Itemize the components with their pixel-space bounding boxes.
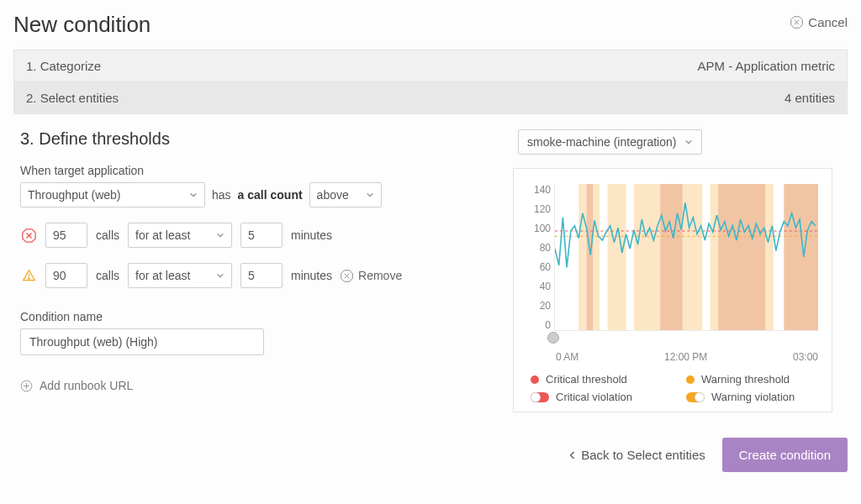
chart-svg: [555, 184, 818, 330]
warning-icon: [22, 269, 36, 283]
when-label: When target application: [20, 164, 493, 177]
svg-rect-24: [765, 184, 773, 330]
legend-critical-threshold: Critical threshold: [531, 373, 663, 386]
condition-name-input[interactable]: [20, 328, 264, 355]
y-tick: 40: [540, 281, 551, 292]
step-2-bar[interactable]: 2. Select entities 4 entities: [13, 82, 848, 114]
x-tick: 12:00 PM: [664, 351, 707, 363]
back-label: Back to Select entities: [581, 448, 705, 462]
time-slider-knob[interactable]: [547, 332, 559, 344]
critical-icon: [22, 228, 36, 243]
critical-threshold-row: calls for at least minutes: [20, 223, 493, 248]
remove-warning-button[interactable]: Remove: [341, 269, 402, 282]
direction-select[interactable]: above: [309, 182, 382, 207]
create-condition-button[interactable]: Create condition: [722, 438, 848, 472]
svg-rect-18: [608, 184, 626, 330]
chart-plot[interactable]: [554, 184, 818, 331]
legend-warning-threshold: Warning threshold: [686, 373, 818, 386]
legend-warning-violation[interactable]: Warning violation: [686, 391, 818, 403]
cancel-button[interactable]: Cancel: [790, 15, 848, 29]
critical-value-input[interactable]: [45, 223, 87, 248]
chevron-down-icon: [216, 231, 224, 239]
chart-legend: Critical threshold Warning threshold Cri…: [531, 373, 818, 403]
has-text: has: [212, 188, 231, 202]
cancel-label: Cancel: [808, 15, 848, 29]
direction-select-value: above: [317, 188, 349, 202]
svg-rect-15: [578, 184, 586, 330]
critical-minutes-input[interactable]: [240, 223, 283, 248]
close-icon: [790, 16, 803, 29]
chevron-left-icon: [569, 450, 576, 460]
svg-rect-19: [634, 184, 660, 330]
call-count-text: a call count: [238, 188, 303, 202]
x-tick: 03:00: [793, 351, 818, 363]
plus-circle-icon: [20, 380, 33, 392]
dot-icon: [686, 375, 695, 384]
add-runbook-label: Add runbook URL: [40, 379, 133, 392]
y-tick: 60: [540, 261, 551, 273]
chevron-down-icon: [216, 271, 224, 280]
metric-select-value: Throughput (web): [28, 188, 121, 202]
critical-window-select[interactable]: for at least: [128, 223, 232, 248]
warning-window-select[interactable]: for at least: [128, 263, 232, 288]
metric-select[interactable]: Throughput (web): [20, 182, 205, 207]
legend-label: Warning threshold: [701, 373, 790, 386]
chevron-down-icon: [366, 191, 374, 199]
page-title: New condition: [13, 12, 151, 38]
minutes-label: minutes: [291, 228, 332, 242]
svg-rect-22: [710, 184, 718, 330]
y-tick: 80: [540, 242, 551, 254]
warning-value-input[interactable]: [45, 263, 87, 288]
add-runbook-button[interactable]: Add runbook URL: [20, 379, 133, 392]
warning-window-value: for at least: [135, 269, 190, 282]
warning-threshold-row: calls for at least minutes Remove: [20, 263, 493, 288]
condition-name-label: Condition name: [20, 310, 493, 323]
entity-picker[interactable]: smoke-machine (integration): [518, 129, 702, 155]
svg-rect-20: [660, 184, 683, 330]
close-icon: [341, 270, 353, 282]
calls-label: calls: [96, 228, 119, 242]
chart-x-axis: 0 AM12:00 PM03:00: [531, 351, 818, 363]
step-1-bar[interactable]: 1. Categorize APM - Application metric: [13, 50, 848, 82]
x-tick: 0 AM: [556, 351, 578, 363]
step-1-label: 1. Categorize: [26, 59, 101, 73]
chevron-down-icon: [189, 191, 198, 199]
toggle-icon[interactable]: [531, 392, 549, 402]
svg-rect-25: [784, 184, 818, 330]
section-title: 3. Define thresholds: [20, 129, 493, 149]
remove-label: Remove: [358, 269, 402, 282]
step-2-label: 2. Select entities: [26, 91, 119, 105]
dot-icon: [531, 375, 539, 384]
calls-label: calls: [96, 269, 119, 282]
critical-window-value: for at least: [135, 228, 190, 242]
entity-picker-value: smoke-machine (integration): [527, 135, 676, 149]
svg-point-8: [28, 277, 29, 278]
warning-minutes-input[interactable]: [240, 263, 283, 288]
step-1-summary: APM - Application metric: [698, 59, 835, 73]
chevron-down-icon: [684, 138, 693, 146]
minutes-label: minutes: [291, 269, 332, 282]
y-tick: 20: [540, 300, 551, 312]
step-2-summary: 4 entities: [784, 91, 835, 105]
y-tick: 100: [534, 223, 551, 234]
y-tick: 0: [545, 319, 551, 331]
legend-critical-violation[interactable]: Critical violation: [531, 391, 663, 403]
toggle-icon[interactable]: [686, 392, 705, 402]
chart-card: 140120100806040200 0 AM12:00 PM03:00 Cri…: [513, 168, 832, 412]
legend-label: Warning violation: [711, 391, 795, 403]
y-tick: 140: [534, 184, 551, 196]
legend-label: Critical violation: [556, 391, 632, 403]
y-tick: 120: [534, 203, 551, 215]
svg-rect-23: [718, 184, 765, 330]
chart-y-axis: 140120100806040200: [531, 184, 554, 331]
back-button[interactable]: Back to Select entities: [569, 448, 705, 462]
legend-label: Critical threshold: [546, 373, 627, 386]
svg-rect-16: [587, 184, 594, 330]
svg-rect-17: [593, 184, 600, 330]
